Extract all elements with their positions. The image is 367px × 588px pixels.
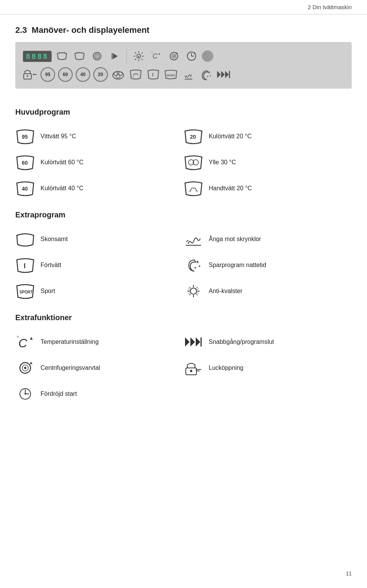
svg-line-15 [135, 52, 136, 53]
svg-text:°: ° [17, 335, 19, 341]
svg-marker-85 [185, 337, 190, 347]
svg-text:✦: ✦ [209, 75, 211, 77]
svg-point-6 [95, 54, 99, 58]
panel-tub1-icon [55, 49, 69, 63]
prog-row-delay: Fördröjd start [15, 381, 184, 407]
prog-row-gentle: Skonsamt [15, 226, 184, 252]
hauptprogramm-right: 20 Kulörtvätt 20 °C Ylle 30 °C [184, 123, 352, 201]
panel-night-button: ✦ ✦ ✦ [199, 67, 213, 82]
svg-text:▲: ▲ [193, 51, 196, 54]
svg-text:60: 60 [22, 160, 28, 166]
panel-steam-button [181, 67, 196, 82]
prog-row-temp: C ° ▲ Temperaturinställning [15, 329, 184, 355]
main-content: Huvudprogram 95 Vittvätt 95 °C 60 [0, 100, 367, 420]
page-number: 11 [346, 570, 352, 577]
prog-row-night: ✦ ✦ ✦ Sparprogram nattetid [184, 252, 352, 278]
svg-marker-87 [196, 337, 200, 347]
temp-95-button[interactable]: 95 [41, 67, 55, 82]
prog-label-wool: Ylle 30 °C [209, 159, 236, 166]
prog-label-gentle: Skonsamt [41, 236, 68, 243]
prog-label-spin: Centrifugeringsvarvtal [41, 364, 100, 371]
prog-icon-spin: ▲ [15, 359, 35, 377]
prog-row-20: 20 Kulörtvätt 20 °C [184, 123, 352, 149]
prog-label-steam: Ånga mot skrynklor [209, 236, 261, 243]
prog-label-fast: Snabbgång/programslut [209, 339, 274, 345]
svg-text:C: C [18, 336, 28, 350]
svg-marker-86 [190, 337, 195, 347]
svg-point-25 [173, 55, 175, 57]
panel-play-icon [107, 49, 122, 63]
svg-text:✦: ✦ [208, 70, 211, 75]
svg-point-79 [24, 367, 26, 369]
svg-line-73 [196, 292, 199, 294]
svg-text:SPORT: SPORT [19, 290, 32, 294]
prog-row-wool: Ylle 30 °C [184, 149, 352, 175]
prog-row-fast: Snabbgång/programslut [184, 329, 352, 355]
svg-point-32 [27, 75, 28, 77]
prog-label-mite: Anti-kvalster [209, 288, 242, 295]
svg-line-16 [141, 59, 143, 60]
svg-line-68 [196, 287, 198, 288]
svg-marker-8 [113, 53, 118, 59]
panel-sport-button: SPORT [164, 67, 178, 82]
svg-text:▲: ▲ [175, 51, 179, 55]
svg-text:✦: ✦ [194, 266, 197, 270]
svg-point-7 [96, 55, 98, 57]
prog-row-lock: Lucköppning [184, 355, 352, 381]
prog-row-mite: Anti-kvalster [184, 278, 352, 304]
prog-label-20: Kulörtvätt 20 °C [209, 133, 252, 140]
temp-40-button[interactable]: 40 [76, 67, 90, 82]
svg-point-90 [190, 370, 192, 372]
panel-fastforward-button [216, 67, 231, 82]
temp-20-button[interactable]: 20 [93, 67, 108, 82]
prog-icon-sport: SPORT [15, 282, 35, 300]
control-panel: 8888 [15, 42, 352, 89]
prog-label-40: Kulörtvätt 40 °C [41, 185, 83, 192]
panel-clock-icon: ▲ [184, 49, 199, 63]
prog-label-lock: Lucköppning [209, 364, 244, 371]
panel-round-button[interactable] [202, 50, 213, 62]
svg-point-5 [93, 52, 101, 60]
extraprogram-left: Skonsamt I Förtvätt [15, 226, 184, 304]
svg-line-72 [196, 288, 199, 290]
panel-row-top: 8888 [23, 49, 344, 63]
panel-handwash-icon [128, 67, 143, 82]
extrafunktioner-section: Extrafunktioner C ° ▲ Temperaturinställn… [15, 313, 352, 407]
display-digits: 8888 [23, 51, 52, 62]
prog-row-95: 95 Vittvätt 95 °C [15, 123, 184, 149]
svg-line-69 [189, 294, 191, 295]
prog-label-night: Sparprogram nattetid [209, 262, 266, 269]
prog-icon-temp: C ° ▲ [15, 333, 35, 351]
extrafunktioner-grid: C ° ▲ Temperaturinställning [15, 329, 352, 407]
svg-marker-46 [221, 71, 225, 78]
svg-line-67 [196, 294, 198, 295]
svg-text:✦: ✦ [206, 75, 209, 78]
page-header: 2 Din tvättmaskin [0, 0, 367, 15]
extraprogram-right: Ånga mot skrynklor ✦ ✦ ✦ Sparprogram nat… [184, 226, 352, 304]
temp-60-button[interactable]: 60 [58, 67, 73, 82]
svg-point-93 [196, 369, 197, 371]
prog-label-temp: Temperaturinställning [41, 339, 99, 345]
prog-icon-60: 60 [15, 153, 35, 172]
svg-marker-47 [225, 71, 229, 78]
prog-label-delay: Fördröjd start [41, 390, 77, 397]
svg-text:C: C [153, 52, 158, 60]
svg-text:▲: ▲ [158, 52, 161, 55]
svg-point-36 [114, 72, 118, 76]
svg-line-0 [59, 52, 60, 53]
extraprogram-grid: Skonsamt I Förtvätt [15, 226, 352, 304]
prog-icon-steam [184, 230, 203, 248]
prog-row-hand: Handtvätt 20 °C [184, 175, 352, 201]
panel-spin-icon: ▲ [167, 49, 181, 63]
panel-tub2-icon [72, 49, 87, 63]
svg-point-61 [190, 288, 196, 294]
hauptprogramm-grid: 95 Vittvätt 95 °C 60 Kulörtvätt 60 °C [15, 123, 352, 201]
prog-label-hand: Handtvätt 20 °C [209, 185, 252, 192]
prog-icon-gentle [15, 230, 35, 248]
prog-icon-prewash: I [15, 256, 35, 274]
panel-separator [127, 49, 127, 63]
svg-text:✦: ✦ [198, 264, 201, 268]
svg-point-37 [119, 72, 122, 76]
prog-icon-night: ✦ ✦ ✦ [184, 256, 203, 274]
svg-point-38 [116, 74, 120, 78]
